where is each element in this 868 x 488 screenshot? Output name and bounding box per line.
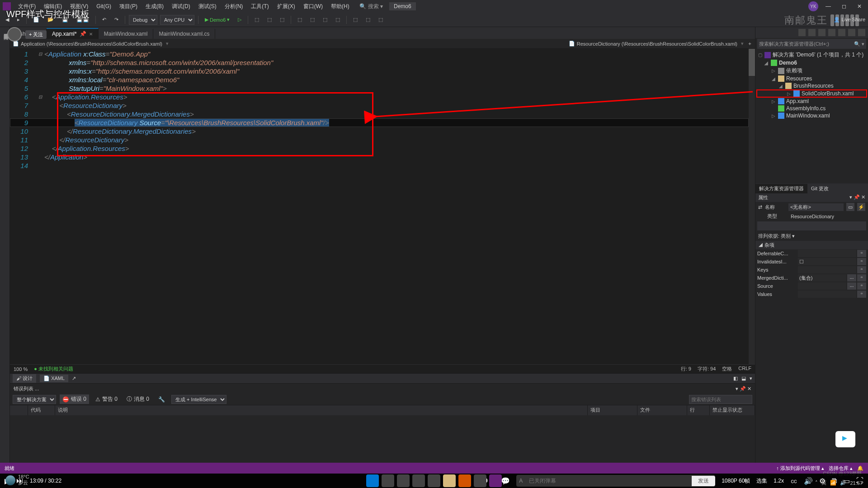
col-project[interactable]: 项目 xyxy=(588,405,637,415)
se-collapse-icon[interactable] xyxy=(828,29,835,36)
prop-marker[interactable]: ▫ xyxy=(857,266,866,273)
toolbar-icon[interactable]: ⬚ xyxy=(350,16,360,23)
taskbar-app-icon[interactable] xyxy=(428,474,440,487)
editor-scrollbar[interactable] xyxy=(749,49,755,364)
mainwindow-file-node[interactable]: ▷MainWindow.xaml xyxy=(756,112,867,119)
menu-debug[interactable]: 调试(D) xyxy=(168,1,194,12)
split-horizontal-icon[interactable]: ⬓ xyxy=(741,375,746,381)
col-desc[interactable]: 说明 xyxy=(55,405,588,415)
subtitle-icon[interactable]: ㏄ xyxy=(790,476,797,486)
se-refresh-icon[interactable] xyxy=(818,29,826,36)
tray-network-icon[interactable]: 📶 xyxy=(830,480,836,486)
tab-app-xaml[interactable]: App.xaml*📌✕ xyxy=(47,28,99,39)
se-home-icon[interactable] xyxy=(798,29,806,36)
menu-extensions[interactable]: 扩展(X) xyxy=(274,1,299,12)
taskbar-taskview-icon[interactable] xyxy=(412,474,425,487)
solution-node[interactable]: ▢解决方案 'Demo6' (1 个项目，共 1 个) xyxy=(756,51,867,59)
error-search-input[interactable] xyxy=(689,395,752,404)
toolbar-icon[interactable]: ⬚ xyxy=(307,16,317,23)
taskbar-copilot-icon[interactable] xyxy=(397,474,410,487)
pop-out-icon[interactable]: ↗ xyxy=(72,375,76,381)
dependencies-node[interactable]: ▷依赖项 xyxy=(756,66,867,75)
breadcrumb-scope-right[interactable]: 📄 ResourceDictionary (\Resources\BrushRe… xyxy=(569,41,737,47)
uploader-avatar[interactable] xyxy=(7,27,22,42)
indent-mode[interactable]: 空格 xyxy=(722,366,732,372)
prop-value[interactable] xyxy=(798,266,856,273)
start-debug-button[interactable]: ▶ Demo6 ▾ xyxy=(202,16,232,23)
project-node[interactable]: ◢Demo6 xyxy=(756,59,867,66)
tray-volume-icon[interactable]: 🔊 xyxy=(840,480,846,486)
split-editor-button[interactable]: ＋ xyxy=(747,40,752,47)
prop-marker[interactable]: ▫ xyxy=(857,291,866,298)
prop-marker[interactable]: ▫ xyxy=(857,258,866,265)
messages-filter[interactable]: ⓘ 消息 0 xyxy=(124,394,152,404)
menu-tools[interactable]: 工具(T) xyxy=(247,1,272,12)
zoom-level[interactable]: 100 % xyxy=(14,366,28,372)
toolbar-icon[interactable]: ⬚ xyxy=(295,16,305,23)
panel-dropdown-icon[interactable]: ▾ xyxy=(849,194,852,200)
collapse-pane-icon[interactable]: ▾ xyxy=(750,375,752,381)
add-source-control-button[interactable]: ↑ 添加到源代码管理 ▴ xyxy=(776,465,824,472)
config-combo[interactable]: Debug xyxy=(129,15,157,25)
toolbar-icon[interactable]: ⬚ xyxy=(333,16,343,23)
bilibili-tv-icon[interactable] xyxy=(835,431,855,447)
prop-value[interactable] xyxy=(798,291,856,298)
left-tool-tabs[interactable]: 服务器资源管理器 工具箱 xyxy=(0,27,10,474)
close-button[interactable]: ✕ xyxy=(854,2,865,11)
col-icon[interactable] xyxy=(10,405,28,415)
follow-button[interactable]: + 关注 xyxy=(25,30,47,39)
toolbar-icon[interactable]: ⬚ xyxy=(363,16,373,23)
global-search[interactable]: 🔍 搜索 ▾ xyxy=(359,3,383,10)
undo-button[interactable]: ↶ xyxy=(99,16,109,23)
tray-ime-icon[interactable]: 英 xyxy=(821,479,826,486)
code-editor[interactable]: 1⊟<Application x:Class="Demo6.App" 2 xml… xyxy=(10,49,755,364)
design-tab[interactable]: 🖌 设计 xyxy=(13,374,36,383)
name-value[interactable]: <无名称> xyxy=(788,203,844,211)
user-avatar[interactable]: YK xyxy=(808,1,818,11)
redo-button[interactable]: ↷ xyxy=(112,16,121,23)
col-suppress[interactable]: 禁止显示状态 xyxy=(710,405,755,415)
system-tray[interactable]: ˄ 英 📶 🔊 21:57 xyxy=(815,479,863,486)
prop-value[interactable] xyxy=(798,250,856,257)
assemblyinfo-file-node[interactable]: AssemblyInfo.cs xyxy=(756,105,867,112)
start-without-debug-button[interactable]: ▷ xyxy=(235,16,244,23)
col-line[interactable]: 行 xyxy=(687,405,710,415)
properties-sort[interactable]: 排列依据: 类别 ▾ xyxy=(755,231,868,241)
tab-mainwindow-xaml[interactable]: MainWindow.xaml xyxy=(99,29,154,39)
font-style-icon[interactable]: A xyxy=(516,478,525,484)
warnings-filter[interactable]: ⚠ 警告 0 xyxy=(93,394,120,404)
pin-icon[interactable]: 📌 xyxy=(80,31,86,37)
taskbar-powerpoint-icon[interactable] xyxy=(458,474,471,487)
panel-close-icon[interactable]: ✕ xyxy=(747,386,751,391)
minimize-button[interactable]: — xyxy=(822,2,835,11)
error-scope-combo[interactable]: 整个解决方案 xyxy=(13,395,56,404)
solidcolorbrush-file-node[interactable]: ▷SolidColorBrush.xaml xyxy=(756,89,867,98)
toolbar-icon[interactable]: ⬚ xyxy=(277,16,287,23)
prop-ellipsis-button[interactable]: ... xyxy=(847,282,856,290)
property-category-misc[interactable]: ◢ 杂项 xyxy=(755,241,868,249)
taskbar-visualstudio-icon[interactable] xyxy=(489,474,502,487)
tray-overflow-icon[interactable]: ˄ xyxy=(815,480,818,486)
menu-analyze[interactable]: 分析(N) xyxy=(221,1,247,12)
toolbar-icon[interactable]: ⬚ xyxy=(376,16,386,23)
toolbar-icon[interactable]: ⬚ xyxy=(252,16,262,23)
split-vertical-icon[interactable]: ◧ xyxy=(733,375,738,381)
appxaml-file-node[interactable]: ▷App.xaml xyxy=(756,98,867,105)
menu-window[interactable]: 窗口(W) xyxy=(300,1,326,12)
prop-ellipsis-button[interactable]: ... xyxy=(847,274,856,282)
swap-icon[interactable]: ⇄ xyxy=(758,204,762,210)
col-code[interactable]: 代码 xyxy=(28,405,55,415)
se-sync-icon[interactable] xyxy=(808,29,816,36)
se-showall-icon[interactable] xyxy=(838,29,845,36)
error-source-combo[interactable]: 生成 + IntelliSense xyxy=(171,395,226,404)
taskbar-weather[interactable]: 18°C多云 xyxy=(5,474,29,486)
start-button[interactable] xyxy=(366,474,379,487)
panel-close-icon[interactable]: ✕ xyxy=(861,194,865,200)
taskbar-search-icon[interactable] xyxy=(382,474,394,487)
toolbar-icon[interactable]: ⬚ xyxy=(320,16,330,23)
solution-name-pill[interactable]: Demo6 xyxy=(389,2,416,10)
menu-build[interactable]: 生成(B) xyxy=(142,1,167,12)
menu-help[interactable]: 帮助(H) xyxy=(327,1,353,12)
solution-explorer-search[interactable]: 搜索解决方案资源管理器(Ctrl+;)🔍 ▾ xyxy=(757,39,866,49)
tab-mainwindow-cs[interactable]: MainWindow.xaml.cs xyxy=(153,29,215,39)
